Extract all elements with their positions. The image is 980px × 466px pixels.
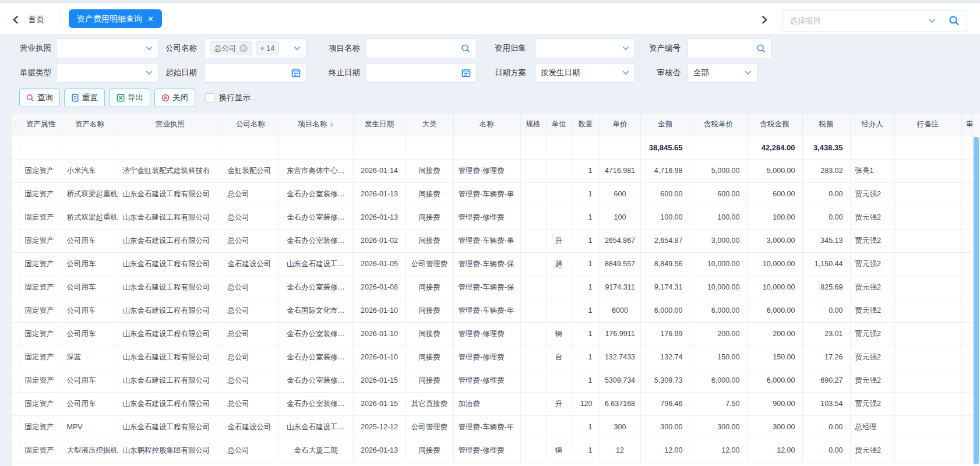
search-icon[interactable] bbox=[461, 44, 471, 54]
column-header[interactable]: 大类 bbox=[406, 114, 453, 136]
column-header[interactable]: 单价 bbox=[600, 114, 640, 136]
cell bbox=[961, 439, 973, 462]
end-date-field[interactable] bbox=[372, 69, 461, 77]
wrap-display-option: 换行显示 bbox=[205, 89, 251, 107]
company-name-multiselect[interactable]: 总公司 ✕ + 14 bbox=[204, 38, 306, 58]
cell: 金石办公室装修… bbox=[279, 345, 353, 369]
column-header[interactable]: 金额 bbox=[640, 114, 690, 136]
reset-document-icon bbox=[71, 94, 79, 102]
filter-label-start-date: 起始日期 bbox=[157, 63, 197, 83]
cell bbox=[894, 159, 961, 182]
document-type-select[interactable] bbox=[56, 63, 158, 83]
table-row[interactable]: 固定资产深蓝山东金石建设工程有限公司总公司金石办公室装修…2026-01-10间… bbox=[12, 345, 973, 369]
start-date-field[interactable] bbox=[210, 69, 291, 77]
cell: 固定资产 bbox=[20, 159, 62, 182]
table-row[interactable]: 固定资产公司用车山东金石建设工程有限公司总公司金石国际文化市…2026-01-1… bbox=[12, 299, 973, 322]
tab-asset-expense-query[interactable]: 资产费用明细查询 ✕ bbox=[69, 9, 162, 28]
vertical-scrollbar-thumb[interactable] bbox=[974, 137, 979, 464]
column-header-label: 含税单价 bbox=[704, 119, 733, 129]
asset-number-field[interactable] bbox=[693, 44, 756, 53]
column-header[interactable]: 发生日期 bbox=[353, 114, 406, 136]
column-header[interactable]: 公司名称 bbox=[223, 114, 279, 136]
cell bbox=[520, 159, 546, 182]
summary-row[interactable]: 38,845.6542,284.003,438.35 bbox=[12, 136, 973, 159]
cell: 132.7433 bbox=[600, 345, 640, 369]
column-drag-handle[interactable]: ⋮ bbox=[12, 114, 20, 136]
tab-home[interactable]: 首页 bbox=[28, 12, 44, 27]
table-row[interactable]: 固定资产公司用车山东金石建设工程有限公司金石建设公司山东金石建设工…2026-0… bbox=[12, 252, 973, 276]
cell bbox=[894, 276, 961, 299]
column-header[interactable]: 经办人 bbox=[850, 114, 894, 136]
reset-button[interactable]: 重置 bbox=[64, 89, 105, 107]
table-row[interactable]: 固定资产公司用车山东金石建设工程有限公司总公司金石办公室装修…2026-01-0… bbox=[12, 229, 973, 252]
column-header[interactable]: 项目名称▲▼ bbox=[279, 114, 353, 136]
column-header[interactable]: 规格 bbox=[520, 114, 546, 136]
cell: 升 bbox=[546, 229, 572, 252]
column-header-label: 公司名称 bbox=[236, 119, 265, 129]
cell: 固定资产 bbox=[20, 252, 62, 276]
remove-tag-icon[interactable]: ✕ bbox=[239, 44, 248, 52]
cell: 金石建设公司 bbox=[223, 415, 279, 439]
search-icon[interactable] bbox=[949, 15, 960, 26]
end-date-picker[interactable] bbox=[366, 63, 477, 83]
cell: 管理费-修理费 bbox=[453, 159, 520, 182]
query-button[interactable]: 查询 bbox=[19, 89, 60, 107]
project-select-input[interactable] bbox=[789, 16, 929, 25]
row-grip-cell bbox=[12, 252, 20, 276]
column-header[interactable]: 单位 bbox=[546, 114, 572, 136]
cell bbox=[520, 439, 546, 462]
project-name-input[interactable] bbox=[366, 38, 477, 58]
audit-status-select[interactable]: 全部 bbox=[688, 63, 757, 83]
table-row[interactable]: 固定资产小米汽车济宁金虹装配式建筑科技有金虹装配公司东营市奥体中心…2026-0… bbox=[12, 159, 973, 182]
cell bbox=[546, 182, 572, 206]
column-header[interactable]: 资产属性 bbox=[20, 114, 62, 136]
sort-icon[interactable]: ▲▼ bbox=[330, 122, 334, 128]
column-header[interactable]: 名称 bbox=[453, 114, 520, 136]
cell: 管理费-修理费 bbox=[453, 322, 520, 345]
cell bbox=[690, 136, 747, 159]
table-row[interactable]: 固定资产公司用车山东金石建设工程有限公司总公司金石办公室装修…2026-01-0… bbox=[12, 276, 973, 299]
column-header[interactable]: 税额 bbox=[802, 114, 850, 136]
column-header[interactable]: 审核否 bbox=[961, 114, 973, 136]
tab-close-icon[interactable]: ✕ bbox=[147, 15, 154, 23]
cell: 山东金石建设工程有限公司 bbox=[118, 369, 223, 392]
forward-chevron-icon[interactable] bbox=[760, 15, 769, 24]
business-license-select[interactable] bbox=[56, 38, 158, 58]
start-date-picker[interactable] bbox=[204, 63, 306, 83]
column-header-label: 大类 bbox=[422, 119, 437, 129]
table-row[interactable]: 固定资产MPV山东金石建设工程有限公司金石建设公司山东金石建设工…2025-12… bbox=[12, 415, 973, 439]
cell: 1 bbox=[572, 252, 600, 276]
search-icon[interactable] bbox=[756, 44, 766, 54]
column-header[interactable]: 营业执照 bbox=[118, 114, 223, 136]
expense-collection-select[interactable] bbox=[535, 38, 635, 58]
cell: 100 bbox=[600, 206, 640, 229]
table-row[interactable]: 固定资产大型液压挖掘机山东鹏程控股集团有限公司总公司金石大厦二期2026-01-… bbox=[12, 439, 973, 462]
chevron-down-icon bbox=[146, 46, 153, 51]
column-header[interactable]: 资产名称 bbox=[62, 114, 118, 136]
column-header[interactable]: 含税单价 bbox=[690, 114, 747, 136]
cell: 金石大厦二期 bbox=[279, 439, 353, 462]
close-button[interactable]: 关闭 bbox=[154, 89, 195, 107]
project-name-field[interactable] bbox=[372, 44, 461, 53]
asset-number-input[interactable] bbox=[688, 38, 772, 58]
column-header[interactable]: 数量 bbox=[572, 114, 600, 136]
table-row[interactable]: 固定资产公司用车山东金石建设工程有限公司总公司金石办公室装修…2026-01-1… bbox=[12, 369, 973, 392]
cell bbox=[453, 136, 520, 159]
cell bbox=[961, 276, 973, 299]
project-select[interactable] bbox=[782, 10, 967, 31]
cell: 0.00 bbox=[802, 206, 850, 229]
table-row[interactable]: 固定资产桥式双梁起重机山东金石建设工程有限公司总公司金石办公室装修…2026-0… bbox=[12, 182, 973, 206]
tag-label: 总公司 bbox=[214, 44, 237, 54]
vertical-scrollbar-track[interactable] bbox=[973, 114, 980, 466]
table-row[interactable]: 固定资产公司用车山东金石建设工程有限公司总公司金石办公室装修…2026-01-1… bbox=[12, 322, 973, 345]
back-chevron-icon[interactable] bbox=[12, 15, 20, 24]
table-row[interactable]: 固定资产桥式双梁起重机山东金石建设工程有限公司总公司金石办公室装修…2026-0… bbox=[12, 206, 973, 229]
date-scheme-select[interactable]: 按发生日期 bbox=[535, 63, 635, 83]
cell: 公司用车 bbox=[62, 252, 118, 276]
cell: 间接费 bbox=[406, 299, 453, 322]
export-button[interactable]: 导出 bbox=[110, 89, 150, 107]
wrap-display-checkbox[interactable] bbox=[205, 93, 214, 103]
table-row[interactable]: 固定资产公司用车山东金石建设工程有限公司总公司金石办公室装修…2026-01-1… bbox=[12, 392, 973, 415]
column-header[interactable]: 含税金额 bbox=[747, 114, 802, 136]
column-header[interactable]: 行备注 bbox=[894, 114, 961, 136]
